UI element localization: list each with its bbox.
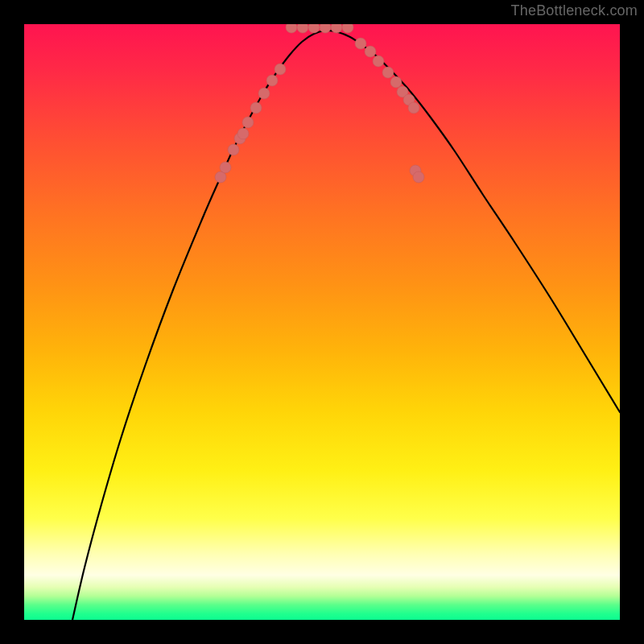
data-marker [390, 76, 402, 88]
chart-frame: TheBottleneck.com [0, 0, 644, 644]
data-marker [355, 38, 366, 49]
data-marker [408, 102, 419, 114]
data-marker [413, 171, 424, 183]
watermark-text: TheBottleneck.com [511, 2, 638, 19]
data-marker [342, 24, 353, 33]
data-marker [275, 64, 286, 75]
plot-area [24, 24, 620, 620]
data-marker [220, 162, 231, 173]
data-marker [250, 102, 262, 114]
data-marker [365, 46, 376, 57]
data-markers [215, 24, 424, 183]
data-marker [286, 24, 297, 33]
data-marker [382, 67, 394, 78]
data-marker [237, 128, 249, 139]
data-marker [242, 117, 254, 128]
data-marker [228, 144, 239, 155]
bottleneck-curve [72, 31, 620, 620]
data-marker [258, 88, 270, 99]
data-marker [373, 56, 384, 67]
curve-layer [24, 24, 620, 620]
data-marker [297, 24, 308, 33]
data-marker [266, 75, 278, 86]
